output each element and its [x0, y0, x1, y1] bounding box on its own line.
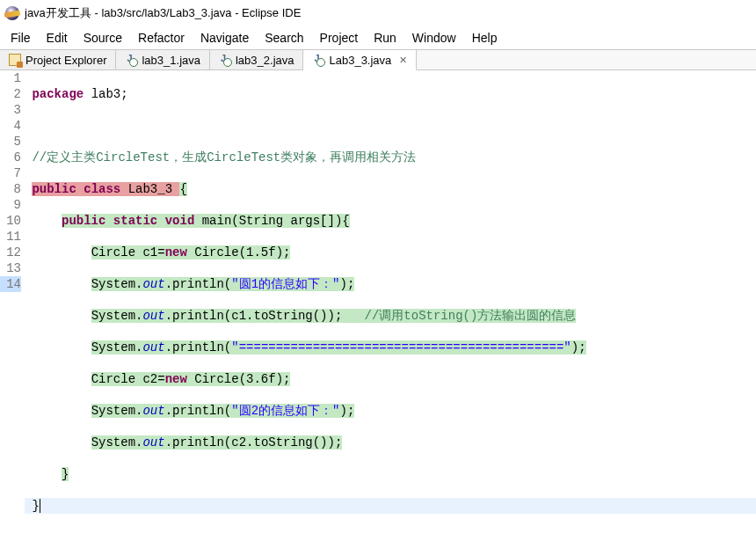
- tab-label: Lab3_3.java: [329, 54, 391, 67]
- menu-help[interactable]: Help: [465, 28, 505, 48]
- menu-file[interactable]: File: [4, 28, 38, 48]
- close-icon[interactable]: ✕: [399, 55, 407, 66]
- java-file-icon: [312, 54, 324, 66]
- code-area[interactable]: package lab3; //定义主类CircleTest，生成CircleT…: [25, 70, 756, 541]
- line-number: 2: [0, 86, 21, 102]
- window-title: java开发工具 - lab3/src/lab3/Lab3_3.java - E…: [25, 5, 301, 21]
- menubar: File Edit Source Refactor Navigate Searc…: [0, 26, 756, 49]
- menu-project[interactable]: Project: [313, 28, 366, 48]
- code-line[interactable]: System.out.println("圆2的信息如下：");: [25, 403, 756, 419]
- menu-window[interactable]: Window: [405, 28, 463, 48]
- line-number: 8: [0, 181, 21, 197]
- menu-refactor[interactable]: Refactor: [131, 28, 192, 48]
- tab-label: lab3_2.java: [236, 54, 294, 67]
- code-line[interactable]: Circle c1=new Circle(1.5f);: [25, 245, 756, 260]
- line-number: 9: [0, 197, 21, 213]
- code-line[interactable]: //定义主类CircleTest，生成CircleTest类对象，再调用相关方法: [25, 150, 756, 165]
- menu-source[interactable]: Source: [76, 28, 129, 48]
- code-line[interactable]: System.out.println("圆1的信息如下：");: [25, 276, 756, 292]
- project-explorer-icon: [9, 54, 21, 66]
- line-number: 3: [0, 102, 21, 118]
- code-line[interactable]: System.out.println(c1.toString()); //调用t…: [25, 308, 756, 324]
- code-line[interactable]: System.out.println(c2.toString());: [25, 435, 756, 450]
- titlebar: java开发工具 - lab3/src/lab3/Lab3_3.java - E…: [0, 0, 756, 26]
- tab-lab3-2[interactable]: lab3_2.java: [210, 50, 304, 69]
- line-number: 11: [0, 229, 21, 245]
- tab-label: Project Explorer: [25, 54, 106, 67]
- menu-navigate[interactable]: Navigate: [193, 28, 256, 48]
- tabbar: Project Explorer lab3_1.java lab3_2.java…: [0, 49, 756, 70]
- line-number: 13: [0, 260, 21, 276]
- line-number: 14: [0, 276, 21, 292]
- code-line[interactable]: [25, 118, 756, 134]
- code-line[interactable]: public class Lab3_3 {: [25, 181, 756, 197]
- java-file-icon: [125, 54, 137, 66]
- code-line[interactable]: }: [25, 466, 756, 482]
- menu-run[interactable]: Run: [367, 28, 403, 48]
- tab-lab3-1[interactable]: lab3_1.java: [116, 50, 210, 69]
- line-number: 7: [0, 165, 21, 181]
- code-editor[interactable]: 1 2 3 4 5 6 7 8 9 10 11 12 13 14 package…: [0, 70, 756, 541]
- java-file-icon: [219, 54, 231, 66]
- line-number: 12: [0, 245, 21, 260]
- tab-label: lab3_1.java: [142, 54, 200, 67]
- line-number: 4: [0, 118, 21, 134]
- line-number: 5: [0, 134, 21, 150]
- code-line[interactable]: System.out.println("====================…: [25, 340, 756, 355]
- code-line[interactable]: Circle c2=new Circle(3.6f);: [25, 371, 756, 387]
- code-line[interactable]: package lab3;: [25, 86, 756, 102]
- tab-lab3-3[interactable]: Lab3_3.java ✕: [303, 50, 417, 70]
- line-number: 1: [0, 70, 21, 86]
- line-number: 6: [0, 150, 21, 165]
- menu-search[interactable]: Search: [258, 28, 310, 48]
- code-line[interactable]: public static void main(String args[]){: [25, 213, 756, 229]
- tab-project-explorer[interactable]: Project Explorer: [0, 50, 116, 69]
- eclipse-icon: [5, 6, 19, 20]
- code-line[interactable]: }: [25, 498, 756, 514]
- line-gutter: 1 2 3 4 5 6 7 8 9 10 11 12 13 14: [0, 70, 25, 541]
- menu-edit[interactable]: Edit: [40, 28, 75, 48]
- line-number: 10: [0, 213, 21, 229]
